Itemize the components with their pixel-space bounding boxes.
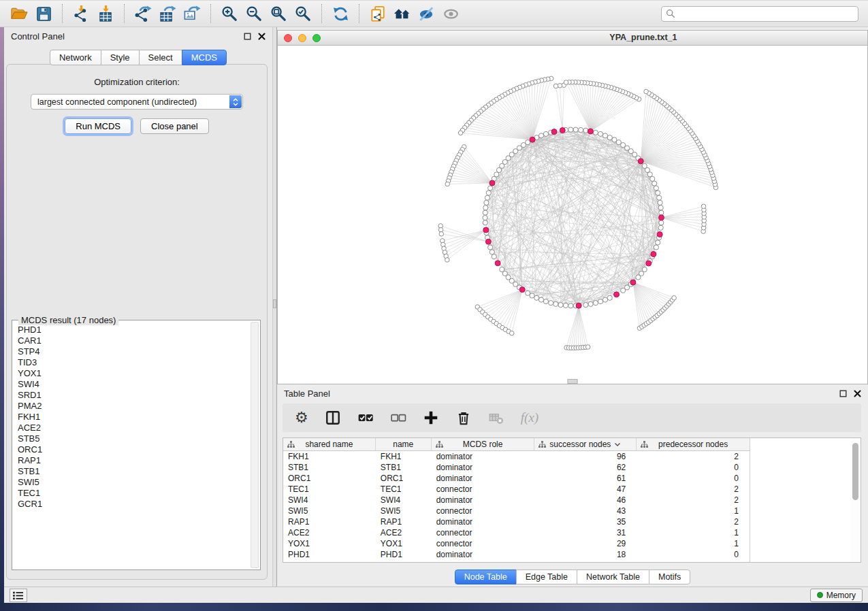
- float-panel-icon[interactable]: [244, 33, 251, 40]
- divider-handle[interactable]: [273, 299, 276, 308]
- list-item[interactable]: ORC1: [18, 444, 249, 455]
- list-item[interactable]: FKH1: [18, 412, 249, 423]
- close-panel-button[interactable]: Close panel: [140, 118, 209, 134]
- close-window-icon[interactable]: [284, 34, 292, 42]
- list-item[interactable]: PHD1: [18, 325, 249, 335]
- list-scrollbar[interactable]: [251, 322, 259, 568]
- criterion-select[interactable]: largest connected component (undirected): [31, 94, 243, 110]
- zoom-in-button[interactable]: [217, 3, 242, 24]
- deselect-all-button[interactable]: [390, 408, 406, 428]
- zoom-in-icon: [221, 5, 239, 23]
- list-item[interactable]: RAP1: [18, 455, 249, 466]
- list-item[interactable]: GCR1: [18, 499, 249, 510]
- refresh-view-button[interactable]: [328, 3, 353, 24]
- tab-edge-table[interactable]: Edge Table: [516, 569, 577, 584]
- list-item[interactable]: STB5: [18, 433, 249, 444]
- table-row[interactable]: SWI5SWI5connector431: [283, 506, 750, 516]
- select-all-button[interactable]: [357, 408, 374, 428]
- column-header-mcds_role[interactable]: MCDS role: [432, 438, 535, 450]
- toolbar-separator: [124, 4, 125, 23]
- tab-node-table[interactable]: Node Table: [455, 569, 517, 584]
- tab-network[interactable]: Network: [50, 50, 101, 65]
- memory-status-icon: [817, 592, 823, 598]
- tab-style[interactable]: Style: [101, 50, 140, 65]
- task-history-button[interactable]: [10, 589, 27, 602]
- list-item[interactable]: STP4: [18, 346, 249, 357]
- tab-mcds[interactable]: MCDS: [182, 50, 227, 65]
- table-row[interactable]: TEC1TEC1connector472: [283, 484, 750, 495]
- column-header-successor_nodes[interactable]: successor nodes: [534, 438, 637, 450]
- export-table-button[interactable]: [155, 3, 180, 24]
- tab-motifs[interactable]: Motifs: [649, 569, 690, 584]
- list-item[interactable]: TEC1: [18, 488, 249, 499]
- list-item[interactable]: SWI5: [18, 477, 249, 488]
- hide-selected-button[interactable]: [415, 3, 439, 24]
- add-row-button[interactable]: [423, 408, 439, 428]
- column-header-name[interactable]: name: [376, 438, 432, 450]
- function-builder-button: f(x): [521, 408, 539, 428]
- cell-predecessor_nodes: 1: [637, 539, 750, 548]
- tab-network-table[interactable]: Network Table: [577, 569, 649, 584]
- panel-title: Control Panel: [11, 31, 65, 42]
- node-table: shared namenameMCDS rolesuccessor nodesp…: [283, 437, 861, 563]
- duplicate-network-icon: [369, 5, 387, 23]
- zoom-selected-button[interactable]: [291, 3, 315, 24]
- list-item[interactable]: TID3: [18, 357, 249, 368]
- zoom-out-button[interactable]: [242, 3, 266, 24]
- column-header-predecessor_nodes[interactable]: predecessor nodes: [637, 438, 750, 450]
- list-item[interactable]: SRD1: [18, 390, 249, 401]
- maximize-window-icon[interactable]: [312, 34, 321, 42]
- table-row[interactable]: YOX1YOX1connector291: [283, 538, 750, 549]
- list-item[interactable]: YOX1: [18, 368, 249, 379]
- panel-divider[interactable]: [272, 27, 277, 587]
- list-item[interactable]: ACE2: [18, 423, 249, 433]
- close-panel-icon[interactable]: [854, 390, 861, 397]
- network-canvas[interactable]: [278, 46, 867, 384]
- table-row[interactable]: SWI4SWI4dominator462: [283, 495, 750, 506]
- cell-successor_nodes: 61: [534, 474, 637, 483]
- table-row[interactable]: PHD1PHD1dominator180: [283, 549, 750, 560]
- cell-successor_nodes: 96: [534, 452, 637, 461]
- import-table-icon: [97, 5, 115, 23]
- delete-row-button[interactable]: [455, 408, 472, 428]
- open-file-button[interactable]: [7, 3, 31, 24]
- minimize-window-icon[interactable]: [298, 34, 306, 42]
- memory-button[interactable]: Memory: [810, 589, 863, 602]
- split-handle[interactable]: [568, 379, 578, 384]
- zoom-fit-button[interactable]: [266, 3, 291, 24]
- export-image-button[interactable]: [180, 3, 204, 24]
- list-item[interactable]: STB1: [18, 466, 249, 477]
- duplicate-network-button[interactable]: [366, 3, 390, 24]
- first-neighbors-button[interactable]: [390, 3, 415, 24]
- export-network-button[interactable]: [131, 3, 155, 24]
- table-row[interactable]: RAP1RAP1dominator352: [283, 516, 750, 527]
- import-table-button[interactable]: [93, 3, 118, 24]
- table-row[interactable]: STB1STB1dominator620: [283, 462, 750, 473]
- close-panel-icon[interactable]: [258, 33, 266, 40]
- save-session-icon: [35, 5, 53, 23]
- import-network-button[interactable]: [69, 3, 93, 24]
- cell-name: FKH1: [376, 452, 432, 461]
- scrollbar-thumb[interactable]: [852, 443, 858, 500]
- control-panel: Control Panel NetworkStyleSelectMCDS Opt…: [4, 27, 272, 587]
- column-header-shared_name[interactable]: shared name: [283, 438, 376, 450]
- float-panel-icon[interactable]: [839, 390, 847, 397]
- table-scrollbar[interactable]: [851, 439, 860, 561]
- table-row[interactable]: ACE2ACE2connector311: [283, 527, 750, 538]
- cell-name: PHD1: [376, 550, 432, 559]
- zoom-selected-icon: [294, 5, 312, 23]
- search-input[interactable]: [679, 7, 854, 20]
- list-item[interactable]: PMA2: [18, 401, 249, 412]
- settings-button[interactable]: ⚙: [295, 408, 308, 428]
- show-all-button[interactable]: [439, 3, 464, 24]
- save-session-button[interactable]: [31, 3, 56, 24]
- show-all-icon: [443, 5, 461, 23]
- table-row[interactable]: ORC1ORC1dominator610: [283, 473, 750, 484]
- run-mcds-button[interactable]: Run MCDS: [65, 118, 131, 134]
- list-item[interactable]: SWI4: [18, 379, 249, 390]
- table-row[interactable]: FKH1FKH1dominator962: [283, 451, 750, 462]
- list-item[interactable]: CAR1: [18, 335, 249, 346]
- cell-shared_name: RAP1: [283, 517, 376, 527]
- tab-select[interactable]: Select: [139, 50, 182, 65]
- show-columns-button[interactable]: [325, 408, 341, 428]
